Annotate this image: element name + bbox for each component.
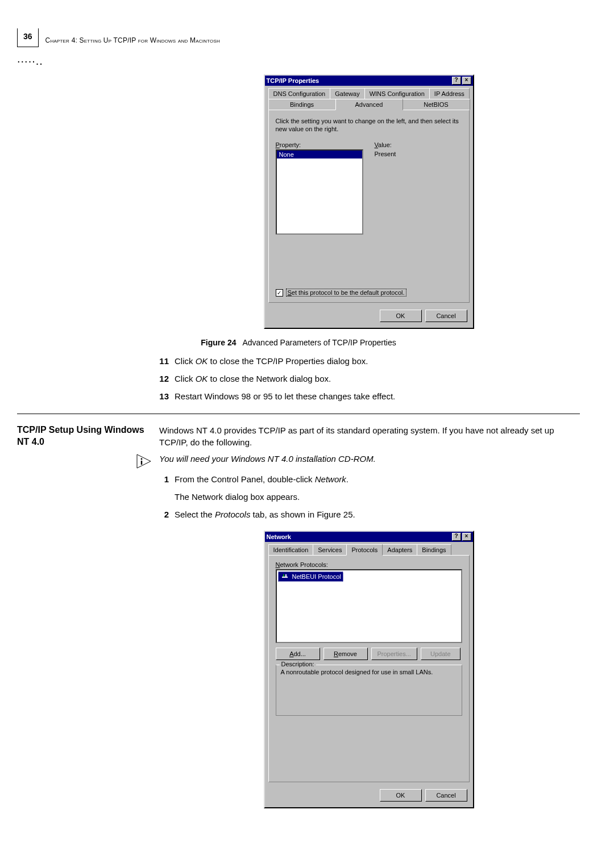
tab-ip-address[interactable]: IP Address bbox=[429, 88, 470, 99]
step-text: From the Control Panel, double-click Net… bbox=[175, 473, 580, 485]
section-divider bbox=[17, 414, 580, 414]
decorative-dots bbox=[17, 55, 38, 65]
help-button[interactable]: ? bbox=[452, 533, 461, 541]
info-icon bbox=[17, 454, 159, 469]
property-item-none[interactable]: None bbox=[277, 151, 362, 158]
dialog-title: TCP/IP Properties bbox=[267, 77, 320, 84]
network-protocols-label: Network Protocols: bbox=[276, 561, 462, 568]
property-label: Property: bbox=[276, 141, 363, 148]
figure-24-caption: Figure 24 Advanced Parameters of TCP/IP … bbox=[17, 338, 580, 347]
step-text: The Network dialog box appears. bbox=[175, 491, 580, 503]
step-number: 11 bbox=[17, 355, 175, 367]
tcpip-properties-dialog: TCP/IP Properties ? × DNS Configuration … bbox=[264, 74, 474, 329]
description-text: A nonroutable protocol designed for use … bbox=[281, 669, 457, 675]
svg-point-1 bbox=[141, 458, 143, 460]
step-text: Restart Windows 98 or 95 to let these ch… bbox=[175, 390, 580, 402]
section-body: Windows NT 4.0 provides TCP/IP as part o… bbox=[159, 424, 580, 448]
note-text: You will need your Windows NT 4.0 instal… bbox=[159, 454, 580, 464]
protocol-icon bbox=[280, 573, 289, 581]
list-item-netbeui[interactable]: NetBEUI Protocol bbox=[278, 571, 343, 582]
step-number: 13 bbox=[17, 390, 175, 402]
close-button[interactable]: × bbox=[462, 77, 471, 85]
svg-rect-4 bbox=[283, 574, 284, 577]
tab-adapters[interactable]: Adapters bbox=[382, 544, 417, 555]
property-listbox[interactable]: None bbox=[276, 149, 363, 235]
cancel-button[interactable]: Cancel bbox=[425, 310, 467, 322]
tab-dns-configuration[interactable]: DNS Configuration bbox=[268, 88, 331, 99]
tab-protocols[interactable]: Protocols bbox=[346, 544, 383, 556]
tab-identification[interactable]: Identification bbox=[268, 544, 314, 555]
tab-services[interactable]: Services bbox=[313, 544, 347, 555]
network-dialog: Network ? × Identification Services Prot… bbox=[264, 531, 474, 808]
chapter-title: Chapter 4: Setting Up TCP/IP for Windows… bbox=[45, 36, 220, 44]
dialog-titlebar: Network ? × bbox=[265, 532, 473, 542]
default-protocol-checkbox[interactable]: ✓ bbox=[276, 289, 283, 297]
step-text: Select the Protocols tab, as shown in Fi… bbox=[175, 508, 580, 520]
step-number: 2 bbox=[17, 508, 175, 520]
svg-marker-0 bbox=[137, 454, 151, 468]
panel-help-text: Click the setting you want to change on … bbox=[276, 117, 462, 133]
properties-button[interactable]: Properties... bbox=[371, 648, 417, 660]
add-button[interactable]: Add... bbox=[276, 648, 320, 660]
tab-row-1: DNS Configuration Gateway WINS Configura… bbox=[265, 86, 473, 99]
step-number bbox=[17, 491, 175, 503]
network-tab-row: Identification Services Protocols Adapte… bbox=[265, 542, 473, 555]
step-number: 12 bbox=[17, 373, 175, 385]
step-text: Click OK to close the TCP/IP Properties … bbox=[175, 355, 580, 367]
update-button[interactable]: Update bbox=[421, 648, 460, 660]
dialog-title: Network bbox=[267, 533, 291, 540]
section-heading: TCP/IP Setup Using Windows NT 4.0 bbox=[17, 424, 159, 448]
page-number: 36 bbox=[17, 28, 39, 47]
description-group: Description: A nonroutable protocol desi… bbox=[276, 665, 462, 716]
tab-bindings[interactable]: Bindings bbox=[268, 99, 336, 110]
svg-rect-3 bbox=[282, 577, 288, 578]
tab-bindings[interactable]: Bindings bbox=[417, 544, 451, 555]
list-item-label: NetBEUI Protocol bbox=[292, 573, 341, 580]
dialog-titlebar: TCP/IP Properties ? × bbox=[265, 76, 473, 86]
step-number: 1 bbox=[17, 473, 175, 485]
remove-button[interactable]: Remove bbox=[323, 648, 368, 660]
step-text: Click OK to close the Network dialog box… bbox=[175, 373, 580, 385]
advanced-tab-panel: Click the setting you want to change on … bbox=[268, 110, 470, 303]
tab-wins-configuration[interactable]: WINS Configuration bbox=[364, 88, 430, 99]
ok-button[interactable]: OK bbox=[380, 789, 422, 802]
svg-rect-5 bbox=[285, 574, 287, 577]
value-label: Value: bbox=[375, 141, 462, 148]
help-button[interactable]: ? bbox=[452, 77, 461, 85]
tab-row-2: Bindings Advanced NetBIOS bbox=[265, 99, 473, 110]
cancel-button[interactable]: Cancel bbox=[425, 789, 467, 802]
tab-gateway[interactable]: Gateway bbox=[330, 88, 364, 99]
value-display: Present bbox=[375, 149, 462, 158]
ok-button[interactable]: OK bbox=[380, 310, 422, 322]
tab-netbios[interactable]: NetBIOS bbox=[403, 99, 470, 110]
protocols-tab-panel: Network Protocols: NetBEUI Protocol Add.… bbox=[268, 555, 470, 782]
close-button[interactable]: × bbox=[462, 533, 471, 541]
default-protocol-label: Set this protocol to be the default prot… bbox=[286, 289, 406, 297]
tab-advanced[interactable]: Advanced bbox=[335, 99, 403, 110]
svg-rect-2 bbox=[141, 461, 142, 465]
description-legend: Description: bbox=[280, 661, 316, 667]
network-protocols-listbox[interactable]: NetBEUI Protocol bbox=[276, 569, 462, 643]
